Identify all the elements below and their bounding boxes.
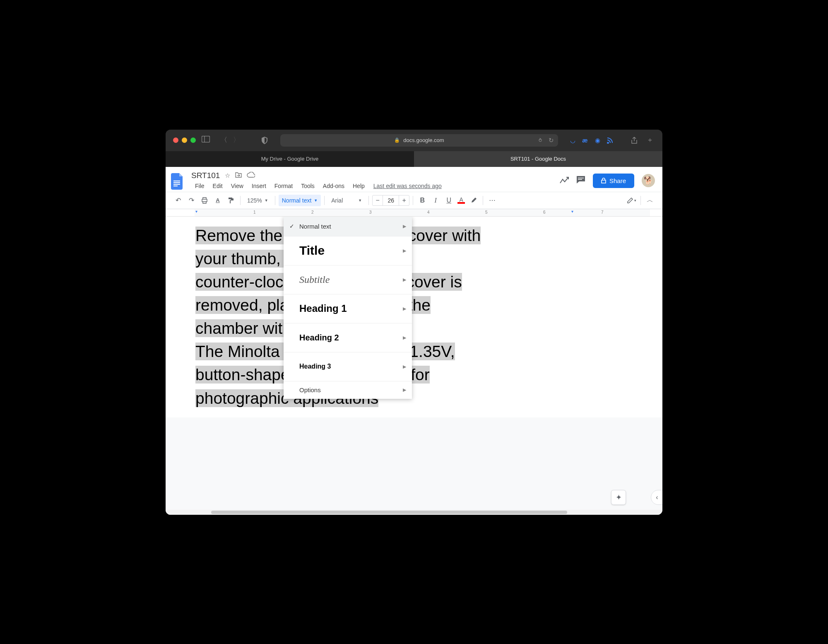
style-normal-text[interactable]: ✓ Normal text ▶ — [284, 217, 412, 236]
address-bar[interactable]: 🔒 docs.google.com ⥁ ↻ — [280, 134, 558, 147]
extension-rss-icon[interactable] — [606, 137, 614, 144]
avatar[interactable]: 🐕 — [642, 174, 655, 187]
svg-rect-6 — [578, 178, 584, 178]
side-panel-toggle[interactable]: ‹ — [651, 490, 662, 505]
docs-logo-icon[interactable] — [170, 171, 185, 192]
svg-rect-2 — [173, 181, 180, 181]
menu-view[interactable]: View — [227, 181, 247, 191]
tab-docs[interactable]: SRT101 - Google Docs — [414, 151, 662, 167]
shield-icon[interactable] — [260, 135, 270, 145]
nav-forward-icon[interactable]: 〉 — [231, 135, 241, 145]
menu-addons[interactable]: Add-ons — [319, 181, 348, 191]
minimize-window[interactable] — [182, 137, 187, 143]
font-size-decrease[interactable]: − — [373, 197, 383, 204]
translate-icon[interactable]: ⥁ — [537, 137, 544, 144]
submenu-arrow-icon: ▶ — [403, 364, 406, 369]
scrollbar-thumb[interactable] — [211, 511, 567, 514]
document-text[interactable]: Remove the battery chamber cover with yo… — [195, 224, 633, 410]
svg-rect-3 — [173, 182, 180, 183]
more-icon[interactable]: ⋯ — [486, 195, 498, 206]
menu-tools[interactable]: Tools — [297, 181, 318, 191]
extension-target-icon[interactable]: ◉ — [594, 137, 601, 144]
editing-mode-icon[interactable]: ▾ — [626, 195, 637, 206]
menu-file[interactable]: File — [191, 181, 208, 191]
italic-icon[interactable]: I — [430, 195, 441, 206]
close-window[interactable] — [173, 137, 178, 143]
paragraph-style-select[interactable]: Normal text▼ — [279, 195, 321, 206]
cloud-status-icon[interactable] — [247, 172, 255, 179]
submenu-arrow-icon: ▶ — [403, 335, 406, 340]
docs-header: SRT101 ☆ File Edit View Insert Format To… — [166, 167, 662, 192]
svg-rect-7 — [578, 179, 582, 180]
style-options[interactable]: Options ▶ — [284, 381, 412, 399]
lock-icon: 🔒 — [394, 137, 400, 143]
font-size-control: − 26 + — [372, 195, 409, 206]
nav-back-icon[interactable]: 〈 — [219, 135, 229, 145]
style-subtitle[interactable]: Subtitle ▶ — [284, 265, 412, 294]
explore-button[interactable]: ✦ — [611, 490, 626, 505]
bold-icon[interactable]: B — [416, 195, 428, 206]
redo-icon[interactable]: ↷ — [185, 195, 197, 206]
lock-icon — [601, 178, 606, 183]
left-indent-marker[interactable]: ▾ — [195, 209, 197, 214]
submenu-arrow-icon: ▶ — [403, 387, 406, 393]
new-tab-icon[interactable]: ＋ — [645, 135, 655, 145]
extension-ae-icon[interactable]: æ — [581, 137, 589, 144]
menu-insert[interactable]: Insert — [248, 181, 270, 191]
document-area[interactable]: Remove the battery chamber cover with yo… — [166, 217, 662, 510]
submenu-arrow-icon: ▶ — [403, 248, 406, 253]
toolbar: ↶ ↷ A 125%▼ Normal text▼ Arial▼ − — [166, 192, 662, 209]
menu-help[interactable]: Help — [349, 181, 368, 191]
font-size-increase[interactable]: + — [399, 197, 409, 204]
sidebar-toggle-icon[interactable] — [202, 136, 210, 145]
extension-spinner-icon[interactable]: ◡ — [569, 137, 576, 144]
undo-icon[interactable]: ↶ — [172, 195, 184, 206]
paragraph-style-menu: ✓ Normal text ▶ Title ▶ Subtitle ▶ Headi… — [284, 217, 412, 399]
window-controls — [173, 137, 196, 143]
ruler[interactable]: ▾ 1 2 3 4 5 6 ▾ 7 — [166, 209, 662, 217]
check-icon: ✓ — [289, 223, 299, 229]
submenu-arrow-icon: ▶ — [403, 277, 406, 282]
last-edit-link[interactable]: Last edit was seconds ago — [373, 183, 442, 189]
submenu-arrow-icon: ▶ — [403, 224, 406, 229]
svg-rect-4 — [173, 184, 180, 185]
menu-edit[interactable]: Edit — [209, 181, 226, 191]
doc-title[interactable]: SRT101 — [191, 171, 220, 180]
font-select[interactable]: Arial▼ — [328, 195, 365, 206]
style-title[interactable]: Title ▶ — [284, 236, 412, 265]
underline-icon[interactable]: U — [443, 195, 455, 206]
share-icon[interactable] — [629, 135, 639, 145]
svg-rect-5 — [173, 186, 178, 186]
tab-strip: My Drive - Google Drive SRT101 - Google … — [166, 151, 662, 167]
menu-format[interactable]: Format — [271, 181, 296, 191]
move-icon[interactable] — [235, 172, 242, 179]
activity-icon[interactable] — [560, 176, 569, 186]
star-icon[interactable]: ☆ — [225, 172, 230, 179]
horizontal-scrollbar[interactable] — [166, 510, 662, 515]
right-indent-marker[interactable]: ▾ — [571, 209, 573, 214]
print-icon[interactable] — [199, 195, 210, 206]
url-host: docs.google.com — [403, 137, 444, 143]
reload-icon[interactable]: ↻ — [547, 137, 555, 144]
comments-icon[interactable] — [576, 176, 585, 186]
style-heading-2[interactable]: Heading 2 ▶ — [284, 323, 412, 352]
spellcheck-icon[interactable]: A — [212, 195, 224, 206]
tab-drive[interactable]: My Drive - Google Drive — [166, 151, 414, 167]
style-heading-3[interactable]: Heading 3 ▶ — [284, 352, 412, 381]
highlight-icon[interactable] — [468, 195, 479, 206]
text-color-icon[interactable]: A — [456, 195, 466, 206]
share-button[interactable]: Share — [593, 174, 634, 188]
collapse-toolbar-icon[interactable]: ︿ — [644, 195, 656, 206]
paint-format-icon[interactable] — [225, 195, 237, 206]
style-heading-1[interactable]: Heading 1 ▶ — [284, 294, 412, 323]
browser-toolbar: 〈 〉 🔒 docs.google.com ⥁ ↻ ◡ æ ◉ ＋ — [166, 130, 662, 151]
submenu-arrow-icon: ▶ — [403, 306, 406, 311]
menu-bar: File Edit View Insert Format Tools Add-o… — [191, 181, 554, 191]
svg-rect-0 — [202, 136, 210, 142]
zoom-select[interactable]: 125%▼ — [244, 195, 272, 206]
maximize-window[interactable] — [190, 137, 196, 143]
font-size-value[interactable]: 26 — [383, 195, 399, 205]
